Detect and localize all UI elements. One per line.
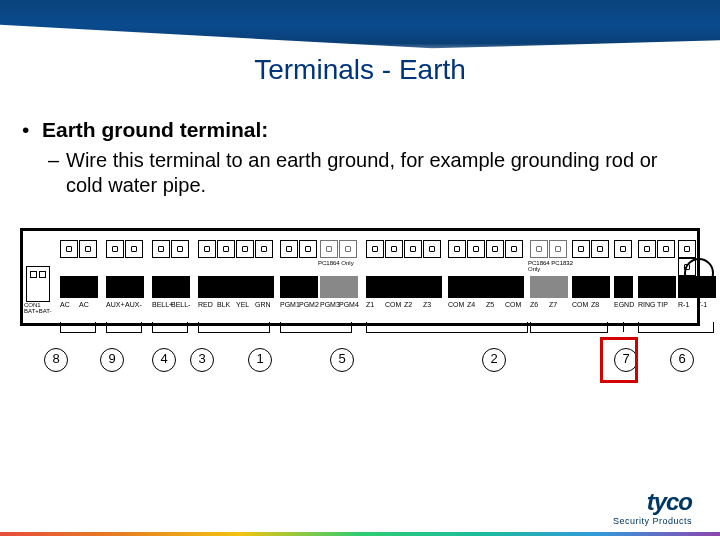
terminal-label: Z5 [486,301,494,308]
terminal-bracket [280,322,352,333]
terminal-screw [217,240,235,258]
terminal-screw [678,258,696,276]
terminal-label: AUX- [125,301,142,308]
terminal-label: BLK [217,301,230,308]
terminal-block [678,276,716,298]
terminal-bracket [366,322,528,333]
terminal-leader-line [623,322,624,332]
callout-badge-6: 6 [670,348,694,372]
terminal-screw-row [572,240,610,270]
terminal-screw [657,240,675,258]
terminal-screw [106,240,124,258]
terminal-block [152,276,190,298]
terminal-screw [448,240,466,258]
terminal-bracket [638,322,714,333]
callout-badge-1: 1 [248,348,272,372]
terminal-screw-row [366,240,442,270]
terminal-screw-row [198,240,274,270]
terminal-screw [638,240,656,258]
terminal-screw [678,240,696,258]
terminal-screw-row [638,240,676,270]
footer-rainbow [0,532,720,536]
terminal-screw [572,240,590,258]
terminal-screw [152,240,170,258]
terminal-label: YEL [236,301,249,308]
terminal-screw [198,240,216,258]
terminal-block [572,276,610,298]
terminal-block [320,276,358,298]
terminal-block [448,276,524,298]
header-swoosh [0,0,720,62]
logo-brand: tyco [613,488,692,516]
terminal-screw-row [448,240,524,270]
callout-badge-8: 8 [44,348,68,372]
terminal-screw [505,240,523,258]
bullet-main-text: Earth ground terminal: [42,118,268,141]
terminal-label: Z1 [366,301,374,308]
highlight-ground-terminal [600,337,638,383]
terminal-bracket [530,322,608,333]
terminal-board: CON1 BAT+BAT- ACACAUX+AUX-BELL+BELL-REDB… [20,228,700,368]
terminal-screw [299,240,317,258]
con1-line2: BAT+BAT- [24,308,52,314]
terminal-screw [171,240,189,258]
terminal-block [366,276,442,298]
terminal-screw-row [60,240,98,270]
terminal-bracket [60,322,96,333]
terminal-label: PGM1 [280,301,300,308]
terminal-screw [614,240,632,258]
terminal-block [614,276,633,298]
terminal-screw [125,240,143,258]
bullet-sub: Wire this terminal to an earth ground, f… [66,148,672,198]
terminal-screw [79,240,97,258]
terminal-label: Z4 [467,301,475,308]
terminal-screw-row [678,240,700,270]
terminal-label: R-1 [678,301,689,308]
con1-label: CON1 BAT+BAT- [24,302,52,314]
terminal-block [280,276,318,298]
slide: Terminals - Earth Earth ground terminal:… [0,0,720,540]
terminal-label: AC [60,301,70,308]
terminal-label: PGM4 [339,301,359,308]
terminal-label: EGND [614,301,634,308]
callout-badge-9: 9 [100,348,124,372]
terminal-screw-row [614,240,633,270]
terminal-label: Z7 [549,301,557,308]
terminal-label: COM [505,301,521,308]
terminal-label: BELL- [171,301,190,308]
terminal-screw [366,240,384,258]
callout-badge-3: 3 [190,348,214,372]
terminal-bracket [198,322,270,333]
terminal-label: TIP [657,301,668,308]
terminal-screw [60,240,78,258]
terminal-label: Z2 [404,301,412,308]
terminal-screw [320,240,338,258]
terminal-screw [591,240,609,258]
callout-badge-4: 4 [152,348,176,372]
terminal-screw [486,240,504,258]
terminal-screw [549,240,567,258]
callout-badge-5: 5 [330,348,354,372]
terminal-block [106,276,144,298]
terminal-label: COM [385,301,401,308]
footer-logo: tyco Security Products [613,488,692,526]
terminal-block [198,276,274,298]
terminal-screw [467,240,485,258]
terminal-model-note: PC1864 Only [318,260,366,266]
terminal-label: Z6 [530,301,538,308]
bullet-main: Earth ground terminal: [24,118,268,142]
terminal-screw [339,240,357,258]
callout-badge-2: 2 [482,348,506,372]
terminal-label: RING [638,301,656,308]
terminal-screw [280,240,298,258]
terminal-screw [404,240,422,258]
terminal-screw [236,240,254,258]
terminal-bracket [152,322,188,333]
terminal-label: RED [198,301,213,308]
terminal-label: COM [572,301,588,308]
terminal-label: AC [79,301,89,308]
logo-sub: Security Products [613,516,692,526]
slide-title: Terminals - Earth [0,54,720,86]
terminal-screw [530,240,548,258]
terminal-screw-row [106,240,144,270]
